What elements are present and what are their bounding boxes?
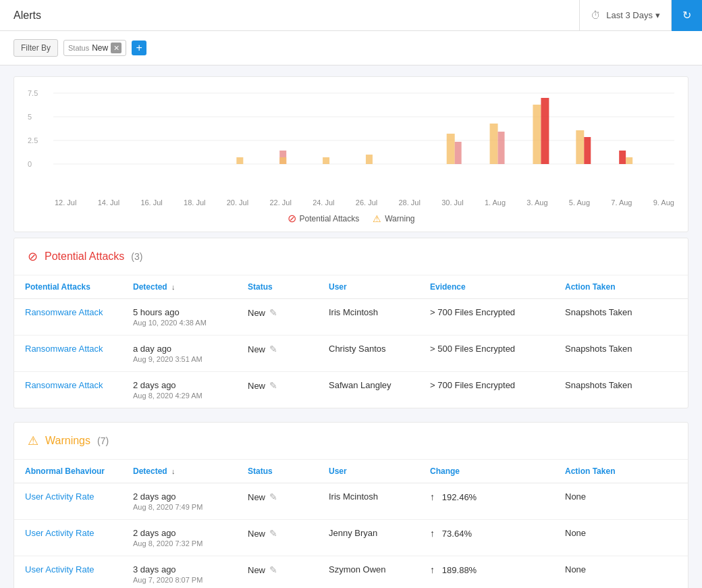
error-legend-icon: ⊘	[288, 212, 296, 225]
warnings-header: ⚠ Warnings (7)	[14, 423, 688, 460]
user-cell: Iris Mcintosh	[318, 299, 419, 336]
detected-cell-w: 2 days ago Aug 8, 2020 7:49 PM	[122, 483, 237, 520]
change-pct: 189.88%	[442, 565, 477, 575]
svg-rect-13	[447, 134, 455, 164]
warnings-section: ⚠ Warnings (7) Abnormal Behaviour Detect…	[14, 422, 688, 588]
evidence-value: > 700 Files Encrypted	[430, 307, 515, 317]
action-value: Snapshots Taken	[565, 380, 632, 390]
warnings-table: Abnormal Behaviour Detected ↓ Status Use…	[14, 460, 688, 588]
attack-name-cell: Ransomware Attack	[14, 336, 122, 372]
edit-icon-w[interactable]: ✎	[269, 564, 277, 575]
col-header-action: Action Taken	[554, 275, 688, 299]
action-value: Snapshots Taken	[565, 344, 632, 354]
action-cell: Snapshots Taken	[554, 336, 688, 372]
behaviour-link[interactable]: User Activity Rate	[25, 528, 94, 538]
status-cell-w: New ✎	[237, 556, 318, 589]
detected-absolute-w: Aug 8, 2020 7:49 PM	[133, 503, 226, 511]
page-title: Alerts	[0, 9, 579, 22]
main-content: 7.5 5 2.5 0	[0, 76, 702, 588]
evidence-cell: > 700 Files Encrypted	[419, 299, 554, 336]
svg-rect-20	[584, 137, 591, 164]
arrow-up-icon: ↑	[430, 491, 435, 502]
user-cell-w: Iris Mcintosh	[318, 483, 419, 520]
chart-area: 7.5 5 2.5 0	[28, 88, 674, 196]
status-value: New	[248, 308, 265, 318]
behaviour-name-cell: User Activity Rate	[14, 483, 122, 520]
potential-attacks-title: Potential Attacks	[45, 250, 124, 263]
detected-cell: 2 days ago Aug 8, 2020 4:29 AM	[122, 372, 237, 408]
status-value: New	[248, 381, 265, 391]
detected-absolute-w: Aug 8, 2020 7:32 PM	[133, 539, 226, 547]
detected-relative-w: 2 days ago	[133, 528, 226, 538]
filter-by-button[interactable]: Filter By	[14, 39, 58, 57]
action-cell-w: None	[554, 483, 688, 520]
filter-add-button[interactable]: +	[132, 41, 146, 55]
attack-link[interactable]: Ransomware Attack	[25, 344, 103, 354]
warnings-header-row: Abnormal Behaviour Detected ↓ Status Use…	[14, 460, 688, 483]
status-value-w: New	[248, 492, 265, 502]
refresh-button[interactable]: ↻	[671, 0, 702, 31]
detected-relative: 5 hours ago	[133, 307, 226, 317]
svg-rect-19	[576, 130, 584, 164]
svg-rect-14	[455, 142, 462, 164]
svg-rect-12	[366, 155, 373, 164]
potential-attacks-header: ⊘ Potential Attacks (3)	[14, 238, 688, 275]
chart-x-labels: 12. Jul 14. Jul 16. Jul 18. Jul 20. Jul …	[28, 196, 674, 207]
user-name: Iris Mcintosh	[329, 307, 378, 317]
action-value-w: None	[565, 491, 586, 502]
attack-link[interactable]: Ransomware Attack	[25, 380, 103, 390]
edit-icon[interactable]: ✎	[269, 380, 277, 391]
filter-clear-button[interactable]: ✕	[111, 43, 122, 53]
sort-icon: ↓	[171, 283, 176, 291]
detected-cell-w: 2 days ago Aug 8, 2020 7:32 PM	[122, 520, 237, 556]
action-value-w: None	[565, 528, 586, 538]
attack-name-cell: Ransomware Attack	[14, 372, 122, 408]
user-name-w: Jenny Bryan	[329, 528, 377, 538]
evidence-cell: > 500 Files Encrypted	[419, 336, 554, 372]
behaviour-link[interactable]: User Activity Rate	[25, 564, 94, 574]
edit-icon[interactable]: ✎	[269, 307, 277, 318]
time-dropdown[interactable]: Last 3 Days ▾	[606, 10, 660, 20]
svg-text:5: 5	[28, 113, 32, 121]
behaviour-link[interactable]: User Activity Rate	[25, 491, 94, 502]
potential-attacks-section: ⊘ Potential Attacks (3) Potential Attack…	[14, 238, 688, 408]
col-header-detected-w[interactable]: Detected ↓	[122, 460, 237, 483]
filter-tag-value: New	[92, 43, 108, 53]
legend-warning: ⚠ Warning	[373, 213, 414, 224]
table-row: User Activity Rate 3 days ago Aug 7, 202…	[14, 556, 688, 589]
table-row: Ransomware Attack 5 hours ago Aug 10, 20…	[14, 299, 688, 336]
svg-rect-8	[236, 157, 243, 164]
user-cell-w: Jenny Bryan	[318, 520, 419, 556]
change-pct: 192.46%	[442, 492, 477, 502]
svg-rect-15	[490, 124, 498, 164]
arrow-up-icon: ↑	[430, 564, 435, 575]
detected-relative-w: 2 days ago	[133, 491, 226, 502]
table-row: Ransomware Attack 2 days ago Aug 8, 2020…	[14, 372, 688, 408]
status-cell-w: New ✎	[237, 520, 318, 556]
attack-link[interactable]: Ransomware Attack	[25, 307, 103, 317]
col-header-detected[interactable]: Detected ↓	[122, 275, 237, 299]
svg-rect-10	[279, 157, 286, 164]
change-cell: ↑ 192.46%	[419, 483, 554, 520]
action-cell-w: None	[554, 556, 688, 589]
col-header-action-w: Action Taken	[554, 460, 688, 483]
detected-absolute: Aug 8, 2020 4:29 AM	[133, 392, 226, 400]
detected-absolute: Aug 9, 2020 3:51 AM	[133, 355, 226, 363]
edit-icon-w[interactable]: ✎	[269, 491, 277, 502]
status-cell-w: New ✎	[237, 483, 318, 520]
table-row: User Activity Rate 2 days ago Aug 8, 202…	[14, 483, 688, 520]
potential-attacks-thead: Potential Attacks Detected ↓ Status User…	[14, 275, 688, 299]
svg-rect-16	[498, 132, 505, 164]
user-cell: Safwan Langley	[318, 372, 419, 408]
edit-icon-w[interactable]: ✎	[269, 528, 277, 539]
svg-rect-17	[533, 105, 541, 164]
edit-icon[interactable]: ✎	[269, 344, 277, 354]
status-value-w: New	[248, 529, 265, 539]
change-pct: 73.64%	[442, 529, 472, 539]
warning-icon: ⚠	[28, 433, 38, 448]
detected-relative: a day ago	[133, 344, 226, 354]
behaviour-name-cell: User Activity Rate	[14, 520, 122, 556]
time-filter: ⏱ Last 3 Days ▾	[579, 0, 671, 30]
warning-legend-icon: ⚠	[373, 213, 381, 224]
warnings-count: (7)	[97, 435, 109, 446]
